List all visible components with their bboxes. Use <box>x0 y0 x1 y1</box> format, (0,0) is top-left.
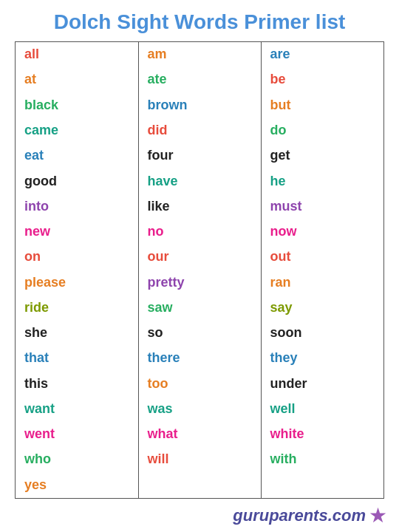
word-cell: our <box>138 245 261 270</box>
word-cell: yes <box>16 473 138 498</box>
footer: guruparents.com ★ <box>0 499 399 532</box>
word-cell: must <box>261 194 383 219</box>
word-cell: with <box>261 447 383 472</box>
word-cell: will <box>138 447 261 472</box>
word-cell: went <box>16 422 138 447</box>
word-cell: like <box>138 194 261 219</box>
table-row: yes <box>16 473 383 498</box>
word-cell: under <box>261 371 383 396</box>
word-cell: he <box>261 168 383 194</box>
word-cell: saw <box>138 296 261 321</box>
word-cell: good <box>16 168 138 194</box>
word-cell: say <box>261 296 383 321</box>
word-cell: have <box>138 168 261 194</box>
word-cell: out <box>261 245 383 270</box>
word-cell: they <box>261 346 383 371</box>
table-row: wantwaswell <box>16 397 383 422</box>
word-cell: she <box>16 321 138 346</box>
word-cell: there <box>138 346 261 371</box>
table-row: atatebe <box>16 67 383 92</box>
word-cell: black <box>16 93 138 118</box>
word-cell: brown <box>138 93 261 118</box>
table-row: allamare <box>16 42 383 67</box>
word-cell: ate <box>138 67 261 92</box>
table-row: camediddo <box>16 118 383 143</box>
page: Dolch Sight Words Primer list allamareat… <box>0 0 399 532</box>
table-row: eatfourget <box>16 143 383 168</box>
word-cell: please <box>16 270 138 295</box>
table-row: blackbrownbut <box>16 93 383 118</box>
word-cell: well <box>261 397 383 422</box>
word-cell: get <box>261 143 383 168</box>
word-table-wrapper: allamareatatebeblackbrownbutcamediddoeat… <box>15 41 384 499</box>
word-cell: but <box>261 93 383 118</box>
word-cell: on <box>16 245 138 270</box>
word-cell: no <box>138 219 261 245</box>
word-cell <box>138 473 261 498</box>
word-cell: white <box>261 422 383 447</box>
table-row: wentwhatwhite <box>16 422 383 447</box>
word-cell: what <box>138 422 261 447</box>
table-row: ridesawsay <box>16 296 383 321</box>
table-row: whowillwith <box>16 447 383 472</box>
table-row: onourout <box>16 245 383 270</box>
word-cell: ran <box>261 270 383 295</box>
table-row: thistoounder <box>16 371 383 396</box>
word-cell: into <box>16 194 138 219</box>
word-cell: be <box>261 67 383 92</box>
word-cell: that <box>16 346 138 371</box>
word-cell <box>261 473 383 498</box>
table-row: intolikemust <box>16 194 383 219</box>
word-table: allamareatatebeblackbrownbutcamediddoeat… <box>16 42 383 498</box>
word-cell: too <box>138 371 261 396</box>
word-cell: ride <box>16 296 138 321</box>
footer-text: guruparents.com <box>233 506 366 525</box>
word-cell: four <box>138 143 261 168</box>
word-cell: was <box>138 397 261 422</box>
table-row: shesosoon <box>16 321 383 346</box>
word-cell: do <box>261 118 383 143</box>
table-row: pleaseprettyran <box>16 270 383 295</box>
table-row: newnonow <box>16 219 383 245</box>
word-cell: so <box>138 321 261 346</box>
word-cell: soon <box>261 321 383 346</box>
word-cell: want <box>16 397 138 422</box>
word-cell: came <box>16 118 138 143</box>
footer-star-icon: ★ <box>369 503 387 528</box>
word-cell: new <box>16 219 138 245</box>
word-cell: all <box>16 42 138 67</box>
word-cell: this <box>16 371 138 396</box>
word-cell: who <box>16 447 138 472</box>
word-cell: are <box>261 42 383 67</box>
word-cell: now <box>261 219 383 245</box>
page-title: Dolch Sight Words Primer list <box>47 0 353 41</box>
word-cell: pretty <box>138 270 261 295</box>
word-cell: did <box>138 118 261 143</box>
table-row: goodhavehe <box>16 168 383 194</box>
word-cell: at <box>16 67 138 92</box>
word-cell: eat <box>16 143 138 168</box>
table-row: thattherethey <box>16 346 383 371</box>
word-cell: am <box>138 42 261 67</box>
